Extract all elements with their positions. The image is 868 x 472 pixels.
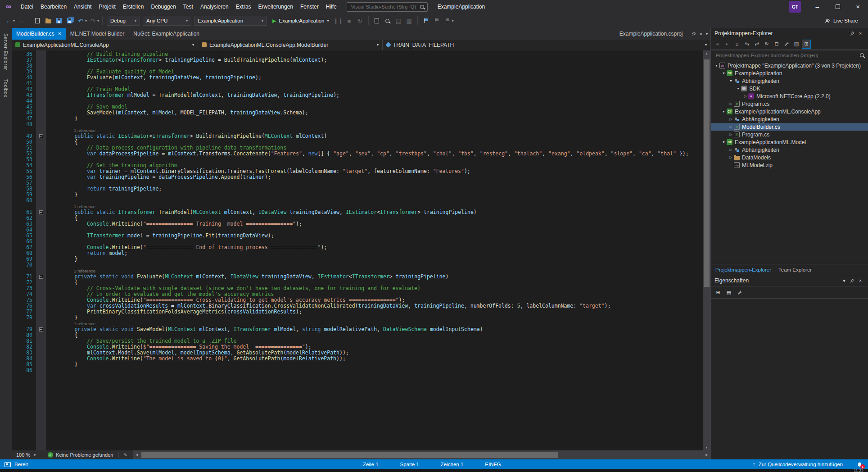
vertical-scrollbar[interactable]: ▲ ▼ [703, 50, 710, 450]
code-line[interactable]: 80 { [12, 332, 703, 338]
search-input[interactable] [350, 4, 417, 10]
tree-expander-icon[interactable]: ▷ [728, 148, 734, 152]
tree-expander-icon[interactable]: ▷ [742, 94, 748, 98]
restart-icon[interactable]: ↻ [355, 15, 365, 26]
fold-collapse-box[interactable]: − [36, 327, 46, 332]
code-line[interactable]: 54 // Set the training algorithm [12, 163, 703, 168]
edit-pencil-icon[interactable]: ✎ [121, 452, 130, 458]
show-all-files-icon[interactable]: ▤ [792, 40, 801, 49]
code-line[interactable]: 63 Console.WriteLine("=============== Tr… [12, 221, 703, 227]
code-line[interactable]: 76 var crossValidationResults = mlContex… [12, 303, 703, 309]
account-avatar[interactable]: GT [789, 1, 801, 13]
problems-indicator[interactable]: ✓ Keine Probleme gefunden [44, 452, 117, 458]
collapse-minus-icon[interactable]: − [39, 210, 43, 214]
code-line[interactable]: 85 } [12, 362, 703, 368]
code-line[interactable]: 67 Console.WriteLine("=============== En… [12, 245, 703, 250]
save-icon[interactable] [54, 15, 64, 26]
save-all-icon[interactable] [65, 15, 75, 26]
code-line[interactable]: 81 // Save/persist the trained model to … [12, 338, 703, 344]
navigate-backward-chevron-icon[interactable]: ▾ [13, 19, 15, 23]
tree-expander-icon[interactable]: ▾ [721, 71, 727, 75]
menu-hilfe[interactable]: Hilfe [322, 0, 340, 14]
code-line[interactable]: 47 } [12, 116, 703, 122]
code-line[interactable]: 42 // Train Model [12, 86, 703, 92]
tree-item[interactable]: ▷#Program.cs [711, 131, 868, 138]
panel-tab[interactable]: Team Explorer [778, 267, 812, 272]
code-line[interactable]: 72 { [12, 280, 703, 286]
tree-expander-icon[interactable]: ▾ [714, 64, 719, 68]
tree-item[interactable]: ▷#Program.cs [711, 100, 868, 108]
fold-collapse-box[interactable]: − [36, 274, 46, 280]
menu-fenster[interactable]: Fenster [297, 0, 322, 14]
code-line[interactable]: 53 [12, 157, 703, 163]
zoom-selector[interactable]: 100 % ▾ [12, 452, 40, 458]
find-in-files-icon[interactable] [383, 15, 393, 26]
navbar-dropdown[interactable]: ExampleApplicationML.ConsoleApp▾ [12, 40, 198, 50]
horizontal-scrollbar[interactable]: ◀ ▶ [133, 450, 710, 459]
code-line[interactable]: 52 var dataProcessPipeline = mlContext.T… [12, 151, 703, 157]
categorized-view-icon[interactable]: ⊞ [714, 288, 723, 297]
output-window-icon[interactable]: ▦ [404, 15, 414, 26]
menu-debuggen[interactable]: Debuggen [147, 0, 179, 14]
code-line[interactable]: 57 [12, 180, 703, 186]
tree-expander-icon[interactable]: ▾ [735, 86, 741, 91]
sync-with-active-document-icon[interactable]: ⇄ [752, 40, 761, 49]
tree-item[interactable]: ▷#ModelBuilder.cs [711, 123, 868, 131]
collapse-minus-icon[interactable]: − [39, 327, 43, 331]
collapse-minus-icon[interactable]: − [39, 275, 43, 279]
fold-collapse-box[interactable]: − [36, 209, 46, 215]
doc-tab-csproj[interactable]: ExampleApplication.csproj [615, 31, 687, 37]
code-line[interactable]: 65 ITransformer model = trainingPipeline… [12, 233, 703, 239]
pin-icon[interactable] [848, 278, 856, 283]
vertical-scrollbar-thumb[interactable] [704, 59, 710, 287]
horizontal-scrollbar-track[interactable] [140, 450, 703, 459]
server-explorer-tab[interactable]: Server-Explorer [3, 33, 9, 70]
bookmark-icon[interactable] [421, 15, 431, 26]
menu-datei[interactable]: Datei [17, 0, 37, 14]
doc-tab[interactable]: ModelBuilder.cs× [12, 28, 66, 40]
code-line[interactable]: 40 Evaluate(mlContext, trainingDataView,… [12, 75, 703, 81]
code-line[interactable]: 49− public static IEstimator<ITransforme… [12, 133, 703, 139]
tree-item[interactable]: ▾C#ExampleApplication [711, 69, 868, 77]
close-icon[interactable]: × [856, 278, 864, 283]
redo-chevron-icon[interactable]: ▾ [97, 19, 99, 23]
startup-project-dropdown[interactable]: ExampleApplication ▾ [194, 16, 267, 26]
code-line[interactable]: 71− private static void Evaluate(MLConte… [12, 274, 703, 280]
tree-item[interactable]: ▷DataModels [711, 154, 868, 161]
menu-erstellen[interactable]: Erstellen [119, 0, 148, 14]
code-line[interactable]: 83 mlContext.Model.Save(mlModel, modelIn… [12, 350, 703, 356]
code-line[interactable]: 46 SaveModel(mlContext, mlModel, MODEL_F… [12, 110, 703, 116]
code-line[interactable]: 77 PrintBinaryClassificationFoldsAverage… [12, 309, 703, 315]
code-line[interactable]: 48 [12, 122, 703, 127]
tree-item[interactable]: ▷Abhängigkeiten [711, 115, 868, 123]
doc-tab[interactable]: NuGet: ExampleApplication [129, 28, 204, 40]
navigate-backward-icon[interactable]: ← [4, 15, 14, 26]
solution-platform-dropdown[interactable]: Any CPU ▾ [143, 16, 191, 26]
code-line[interactable]: 39 // Evaluate quality of Model [12, 69, 703, 75]
code-line[interactable]: 73 // Cross-Validate with single dataset… [12, 286, 703, 291]
code-line[interactable]: 75 Console.WriteLine("=============== Cr… [12, 297, 703, 303]
add-to-source-control-button[interactable]: ↑ Zur Quellcodeverwaltung hinzufügen [753, 462, 843, 467]
maximize-button[interactable] [827, 0, 848, 14]
code-line[interactable]: 59 } [12, 192, 703, 198]
tree-expander-icon[interactable]: ▾ [721, 140, 727, 144]
back-icon[interactable]: ◂ [713, 40, 722, 49]
live-share-button[interactable]: Live Share [825, 18, 864, 24]
code-line[interactable]: 60 [12, 198, 703, 204]
scroll-up-icon[interactable]: ▲ [703, 52, 710, 55]
code-line[interactable]: 45 // Save model [12, 104, 703, 110]
alphabetical-sort-icon[interactable]: ▤ [724, 288, 733, 297]
tree-item[interactable]: ▾C#ExampleApplicationML.ConsoleApp [711, 108, 868, 115]
tree-item[interactable]: ▷≡Microsoft.NETCore.App (2.2.0) [711, 92, 868, 100]
properties-wrench-icon[interactable] [782, 40, 791, 49]
tree-item[interactable]: ▷Abhängigkeiten [711, 146, 868, 154]
tree-expander-icon[interactable]: ▾ [721, 109, 727, 113]
pause-icon[interactable]: ❙❙ [334, 15, 344, 26]
code-line[interactable]: 43 ITransformer mlModel = TrainModel(mlC… [12, 92, 703, 98]
code-line[interactable]: 86 [12, 368, 703, 373]
tree-expander-icon[interactable]: ▷ [728, 117, 734, 121]
toolbar-overflow-chevron-icon[interactable]: ▾ [452, 19, 454, 23]
collapse-all-icon[interactable]: ⊟ [772, 40, 781, 49]
code-line[interactable]: 79− private static void SaveModel(MLCont… [12, 327, 703, 332]
switch-views-icon[interactable]: ⇆ [742, 40, 751, 49]
